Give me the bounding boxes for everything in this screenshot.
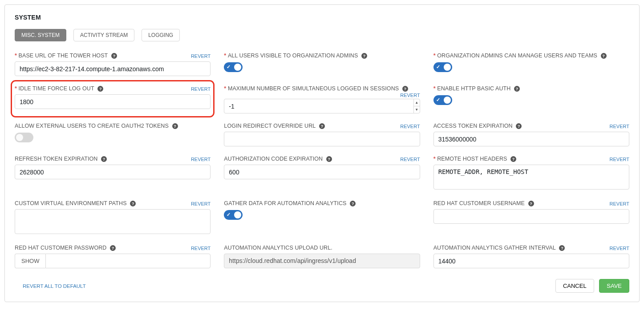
input-idle-time[interactable] bbox=[15, 94, 211, 109]
input-base-url[interactable] bbox=[15, 61, 211, 76]
field-idle-time: IDLE TIME FORCE LOG OUT ? REVERT bbox=[15, 84, 211, 113]
cancel-button[interactable]: CANCEL bbox=[555, 279, 594, 293]
label-auth-code-exp: AUTHORIZATION CODE EXPIRATION bbox=[224, 156, 323, 162]
revert-all-link[interactable]: REVERT ALL TO DEFAULT bbox=[23, 283, 86, 289]
label-rh-user: RED HAT CUSTOMER USERNAME bbox=[433, 200, 525, 206]
input-login-redirect[interactable] bbox=[224, 132, 420, 146]
help-icon[interactable]: ? bbox=[514, 86, 520, 92]
toggle-org-admins-manage[interactable]: ✓ bbox=[433, 62, 452, 72]
label-login-redirect: LOGIN REDIRECT OVERRIDE URL bbox=[224, 123, 316, 129]
field-enable-basic-auth: ENABLE HTTP BASIC AUTH ? ✓ bbox=[433, 84, 629, 113]
settings-grid: BASE URL OF THE TOWER HOST ? REVERT ALL … bbox=[15, 51, 629, 268]
input-auth-code-exp[interactable] bbox=[224, 165, 420, 179]
label-access-token-exp: ACCESS TOKEN EXPIRATION bbox=[433, 123, 513, 129]
spinner-up-icon[interactable]: ▲ bbox=[414, 99, 420, 106]
help-icon[interactable]: ? bbox=[110, 245, 116, 251]
input-refresh-token-exp[interactable] bbox=[15, 165, 211, 179]
field-analytics-interval: AUTOMATION ANALYTICS GATHER INTERVAL ? R… bbox=[433, 243, 629, 268]
footer: REVERT ALL TO DEFAULT CANCEL SAVE bbox=[15, 279, 629, 293]
field-gather-data: GATHER DATA FOR AUTOMATION ANALYTICS ? ✓ bbox=[224, 199, 420, 235]
help-icon[interactable]: ? bbox=[516, 123, 522, 129]
label-base-url: BASE URL OF THE TOWER HOST bbox=[15, 52, 108, 59]
save-button[interactable]: SAVE bbox=[599, 279, 629, 293]
field-allow-oauth2: ALLOW EXTERNAL USERS TO CREATE OAUTH2 TO… bbox=[15, 121, 211, 146]
input-rh-user[interactable] bbox=[433, 209, 629, 224]
toggle-allow-oauth2[interactable]: ✓ bbox=[15, 133, 33, 142]
show-password-button[interactable]: SHOW bbox=[15, 254, 45, 268]
tabs: MISC. SYSTEM ACTIVITY STREAM LOGGING bbox=[15, 29, 629, 41]
tab-logging[interactable]: LOGGING bbox=[142, 29, 180, 41]
revert-link[interactable]: REVERT bbox=[400, 157, 420, 162]
field-auth-code-exp: AUTHORIZATION CODE EXPIRATION ? REVERT bbox=[224, 154, 420, 191]
field-refresh-token-exp: REFRESH TOKEN EXPIRATION ? REVERT bbox=[15, 154, 211, 191]
revert-link[interactable]: REVERT bbox=[610, 157, 629, 162]
field-login-redirect: LOGIN REDIRECT OVERRIDE URL ? REVERT bbox=[224, 121, 420, 146]
tab-activity-stream[interactable]: ACTIVITY STREAM bbox=[73, 29, 134, 41]
revert-link[interactable]: REVERT bbox=[610, 124, 629, 129]
revert-link[interactable]: REVERT bbox=[610, 246, 629, 251]
field-analytics-url: AUTOMATION ANALYTICS UPLOAD URL. https:/… bbox=[224, 243, 420, 268]
field-max-sessions: MAXIMUM NUMBER OF SIMULTANEOUS LOGGED IN… bbox=[224, 84, 420, 113]
field-rh-user: RED HAT CUSTOMER USERNAME ? REVERT bbox=[433, 199, 629, 235]
system-panel: SYSTEM MISC. SYSTEM ACTIVITY STREAM LOGG… bbox=[4, 4, 640, 302]
help-icon[interactable]: ? bbox=[510, 156, 516, 162]
help-icon[interactable]: ? bbox=[361, 53, 367, 59]
input-analytics-url: https://cloud.redhat.com/api/ingress/v1/… bbox=[224, 254, 420, 268]
help-icon[interactable]: ? bbox=[97, 86, 103, 92]
help-icon[interactable]: ? bbox=[402, 86, 408, 92]
label-rh-pass: RED HAT CUSTOMER PASSWORD bbox=[15, 245, 106, 251]
input-rh-pass[interactable] bbox=[45, 254, 211, 268]
revert-link[interactable]: REVERT bbox=[191, 157, 211, 162]
revert-link[interactable]: REVERT bbox=[191, 201, 211, 206]
label-all-users-visible: ALL USERS VISIBLE TO ORGANIZATION ADMINS bbox=[224, 52, 358, 59]
help-icon[interactable]: ? bbox=[326, 156, 332, 162]
help-icon[interactable]: ? bbox=[172, 123, 178, 129]
field-org-admins-manage: ORGANIZATION ADMINS CAN MANAGE USERS AND… bbox=[433, 51, 629, 76]
help-icon[interactable]: ? bbox=[601, 53, 607, 59]
label-enable-basic-auth: ENABLE HTTP BASIC AUTH bbox=[433, 85, 511, 92]
label-idle-time: IDLE TIME FORCE LOG OUT bbox=[15, 85, 94, 92]
revert-link[interactable]: REVERT bbox=[191, 246, 211, 251]
label-org-admins-manage: ORGANIZATION ADMINS CAN MANAGE USERS AND… bbox=[433, 52, 597, 59]
help-icon[interactable]: ? bbox=[130, 201, 136, 206]
tab-misc-system[interactable]: MISC. SYSTEM bbox=[15, 29, 66, 41]
field-rh-pass: RED HAT CUSTOMER PASSWORD ? REVERT SHOW bbox=[15, 243, 211, 268]
label-remote-headers: REMOTE HOST HEADERS bbox=[433, 156, 507, 162]
field-access-token-exp: ACCESS TOKEN EXPIRATION ? REVERT bbox=[433, 121, 629, 146]
field-remote-headers: REMOTE HOST HEADERS ? REVERT REMOTE_ADDR… bbox=[433, 154, 629, 191]
revert-link[interactable]: REVERT bbox=[224, 93, 420, 98]
input-remote-headers[interactable]: REMOTE_ADDR, REMOTE_HOST bbox=[433, 165, 629, 190]
revert-link[interactable]: REVERT bbox=[400, 124, 420, 129]
input-custom-venv[interactable] bbox=[15, 209, 211, 234]
spinner-down-icon[interactable]: ▼ bbox=[414, 106, 420, 113]
label-custom-venv: CUSTOM VIRTUAL ENVIRONMENT PATHS bbox=[15, 200, 127, 206]
revert-link[interactable]: REVERT bbox=[191, 86, 211, 92]
label-refresh-token-exp: REFRESH TOKEN EXPIRATION bbox=[15, 156, 97, 162]
help-icon[interactable]: ? bbox=[350, 201, 356, 206]
panel-title: SYSTEM bbox=[15, 14, 629, 21]
field-custom-venv: CUSTOM VIRTUAL ENVIRONMENT PATHS ? REVER… bbox=[15, 199, 211, 235]
input-max-sessions[interactable] bbox=[224, 99, 420, 113]
label-analytics-url: AUTOMATION ANALYTICS UPLOAD URL. bbox=[224, 245, 332, 251]
input-access-token-exp[interactable] bbox=[433, 132, 629, 146]
toggle-all-users-visible[interactable]: ✓ bbox=[224, 62, 243, 72]
spinner-buttons: ▲ ▼ bbox=[413, 99, 420, 113]
revert-link[interactable]: REVERT bbox=[191, 53, 211, 59]
help-icon[interactable]: ? bbox=[559, 245, 565, 251]
toggle-enable-basic-auth[interactable]: ✓ bbox=[433, 95, 452, 105]
toggle-gather-data[interactable]: ✓ bbox=[224, 210, 243, 220]
label-gather-data: GATHER DATA FOR AUTOMATION ANALYTICS bbox=[224, 200, 346, 206]
input-analytics-interval[interactable] bbox=[433, 254, 629, 268]
label-analytics-interval: AUTOMATION ANALYTICS GATHER INTERVAL bbox=[433, 245, 556, 251]
help-icon[interactable]: ? bbox=[111, 53, 117, 59]
help-icon[interactable]: ? bbox=[528, 201, 534, 206]
help-icon[interactable]: ? bbox=[101, 156, 107, 162]
field-base-url: BASE URL OF THE TOWER HOST ? REVERT bbox=[15, 51, 211, 76]
label-max-sessions: MAXIMUM NUMBER OF SIMULTANEOUS LOGGED IN… bbox=[224, 85, 399, 92]
label-allow-oauth2: ALLOW EXTERNAL USERS TO CREATE OAUTH2 TO… bbox=[15, 123, 169, 129]
revert-link[interactable]: REVERT bbox=[610, 201, 629, 206]
field-all-users-visible: ALL USERS VISIBLE TO ORGANIZATION ADMINS… bbox=[224, 51, 420, 76]
help-icon[interactable]: ? bbox=[319, 123, 325, 129]
